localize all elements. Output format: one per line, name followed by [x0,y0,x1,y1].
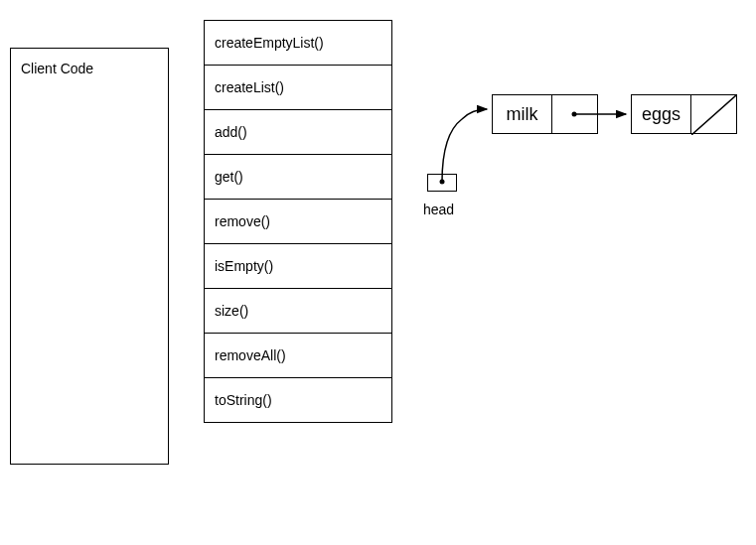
methods-list: createEmptyList() createList() add() get… [204,20,392,423]
method-cell: size() [205,289,391,334]
node-value: milk [493,95,552,133]
head-pointer-box [427,174,457,192]
node-value: eggs [632,95,691,133]
method-cell: isEmpty() [205,244,391,289]
null-terminator-icon [691,95,736,135]
method-cell: add() [205,110,391,155]
node-terminator [691,95,736,133]
list-node: milk [492,94,598,134]
head-label: head [423,202,454,217]
client-code-box: Client Code [10,48,169,465]
method-cell: remove() [205,200,391,244]
method-cell: toString() [205,378,391,422]
client-code-label: Client Code [21,61,158,76]
method-cell: createEmptyList() [205,21,391,66]
list-node: eggs [631,94,737,134]
method-cell: removeAll() [205,334,391,378]
node-next-pointer [552,95,597,133]
svg-line-0 [691,95,736,135]
method-cell: createList() [205,66,391,110]
method-cell: get() [205,155,391,200]
